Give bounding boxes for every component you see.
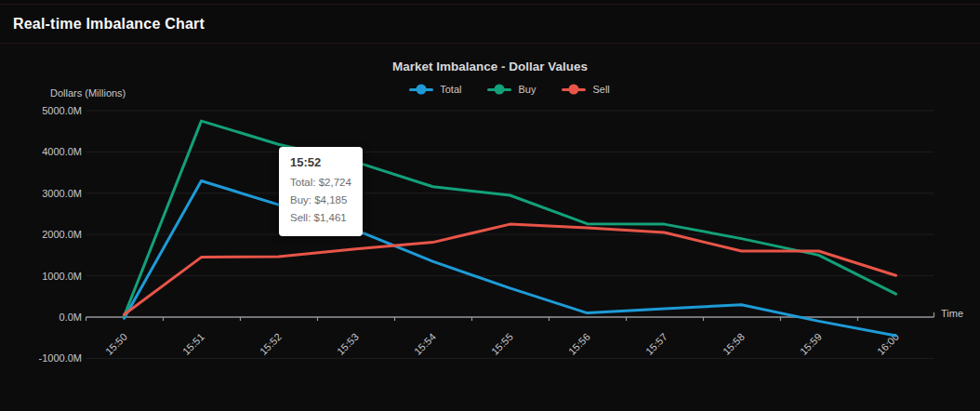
header: Real-time Imbalance Chart (0, 5, 980, 44)
tooltip: 15:52 Total: $2,724Buy: $4,185Sell: $1,4… (279, 147, 363, 236)
x-tick-label: 15:59 (798, 331, 824, 357)
tooltip-rows: Total: $2,724Buy: $4,185Sell: $1,461 (290, 174, 351, 227)
x-tick-label: 15:56 (566, 331, 592, 357)
x-tick-label: 15:53 (335, 331, 361, 357)
x-tick-label: 15:51 (180, 331, 206, 357)
x-tick-label: 15:57 (643, 331, 669, 357)
tooltip-row: Buy: $4,185 (290, 192, 351, 209)
x-tick-label: 15:54 (412, 331, 438, 357)
y-tick-label: 2000.0M (42, 229, 82, 240)
x-tick-label: 15:58 (721, 331, 747, 357)
series-line-buy (125, 121, 896, 316)
y-tick-label: 0.0M (60, 312, 82, 323)
page-title: Real-time Imbalance Chart (0, 5, 980, 33)
tooltip-row: Sell: $1,461 (290, 209, 351, 227)
x-tick-label: 15:55 (489, 331, 515, 357)
y-tick-label: 5000.0M (42, 105, 82, 116)
x-tick-label: 15:52 (258, 331, 284, 357)
series-line-sell (125, 224, 896, 314)
y-tick-label: 1000.0M (42, 271, 82, 282)
tooltip-title: 15:52 (290, 155, 351, 169)
app: { "header": { "title": "Real-time Imbala… (0, 0, 980, 411)
y-tick-label: 3000.0M (42, 188, 82, 199)
chart-svg[interactable]: 5000.0M4000.0M3000.0M2000.0M1000.0M0.0M-… (0, 44, 980, 411)
y-tick-label: -1000.0M (39, 352, 82, 364)
y-tick-label: 4000.0M (42, 146, 82, 157)
x-tick-label: 15:50 (103, 331, 129, 357)
tooltip-row: Total: $2,724 (290, 174, 351, 192)
chart-panel: Market Imbalance - Dollar Values TotalBu… (0, 44, 980, 411)
